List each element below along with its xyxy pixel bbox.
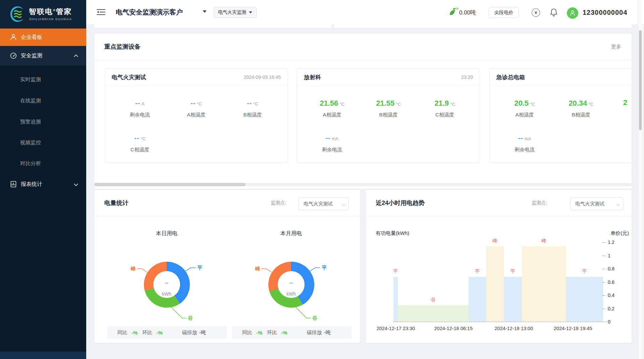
metric: 20.5°CA相温度: [496, 98, 553, 118]
x-tick-label: 2024-12-18 06:15: [434, 326, 473, 331]
price-band-平: [393, 277, 398, 322]
metric-unit: °C: [197, 101, 202, 106]
monitor-point-label: 监测点:: [271, 190, 286, 216]
divider: [490, 86, 632, 86]
price-band-平: [469, 277, 486, 322]
sidebar-subitem-2[interactable]: 预警追溯: [20, 118, 41, 125]
donut-title-month: 本月用电: [258, 230, 325, 237]
price-band-平: [504, 277, 522, 322]
metric-number: --: [518, 135, 523, 142]
metric-value: 21.9°C: [417, 98, 473, 108]
y-tick-label: 1.2: [608, 240, 614, 245]
y-tick-label: 0.6: [608, 279, 614, 285]
donut-leader-lines: 峰平谷: [241, 244, 341, 328]
donut-slice-label: 峰: [130, 266, 136, 271]
metric: --°CC相温度: [112, 133, 168, 153]
devices-row: 电气火灾测试2024-09-03 16:45--A剩余电流--°CA相温度--°…: [94, 68, 632, 163]
user-phone-number[interactable]: 12300000004: [583, 9, 627, 16]
donut-leader-lines: 峰平谷: [116, 244, 217, 328]
metric-value: --A: [112, 98, 168, 108]
metric-value: 21.55°C: [360, 98, 417, 108]
metric: --°CB相温度: [224, 98, 281, 118]
metric-label: A相温度: [168, 111, 224, 118]
stat-item: 碳排放: [307, 329, 322, 336]
metric-number: 21.56: [320, 99, 338, 107]
sidebar-item-safety[interactable]: 安全监测: [0, 46, 86, 65]
stat-item: -%: [156, 330, 162, 336]
sidebar-bottom-strip: [0, 352, 86, 359]
price-band-峰: [522, 246, 566, 322]
vertical-scrollbar-thumb[interactable]: [639, 30, 642, 130]
metric-number: 20.34: [569, 99, 587, 107]
sidebar-item-report[interactable]: 报表统计: [0, 174, 86, 194]
collapse-menu-icon[interactable]: [97, 8, 105, 17]
system-select[interactable]: 电气火灾监测: [214, 7, 257, 18]
device-title: 电气火灾测试: [112, 69, 146, 86]
stat-item: -吨: [199, 329, 206, 336]
monitor-point-select-value: 电气火灾测试: [304, 201, 333, 207]
metric-number: --: [134, 135, 139, 142]
metric-unit: °C: [530, 102, 535, 107]
stat-item: 环比: [142, 329, 152, 336]
donut-slice-label: 峰: [255, 266, 260, 271]
user-avatar[interactable]: [567, 7, 578, 19]
more-link[interactable]: 更多: [611, 34, 621, 60]
report-icon: [10, 181, 17, 188]
price-period-badge[interactable]: 尖段电价: [489, 7, 519, 18]
metric-label: B相温度: [360, 111, 417, 118]
metric-number: --: [247, 100, 252, 107]
metrics-row: --A剩余电流--°CA相温度--°CB相温度: [105, 98, 287, 118]
section-title: 重点监测设备: [104, 34, 141, 60]
device-card[interactable]: 急诊总电箱20.5°CA相温度20.34°CB相温度--mA剩余电流2: [489, 68, 632, 163]
metric-unit: mA: [525, 136, 531, 141]
y-tick-mark: [602, 269, 605, 269]
device-timestamp: 23:20: [461, 69, 473, 86]
donut-slice-label: 平: [322, 265, 327, 270]
device-card[interactable]: 电气火灾测试2024-09-03 16:45--A剩余电流--°CA相温度--°…: [105, 68, 288, 163]
caret-down-icon[interactable]: [203, 10, 207, 13]
clipped-card-top-left: [94, 24, 331, 29]
price-band-峰: [486, 246, 504, 322]
sidebar-subitem-3[interactable]: 视频监控: [20, 139, 41, 146]
stat-item: -%: [131, 330, 138, 336]
metric: 21.56°CA相温度: [304, 98, 360, 118]
customer-title[interactable]: 电气安全监测演示客户: [116, 8, 183, 17]
price-band-label: 峰: [493, 238, 498, 244]
sidebar-item-kanban[interactable]: 企业看板: [0, 29, 86, 46]
metric-value: --mA: [304, 133, 360, 143]
metrics-row: 21.56°CA相温度21.55°CB相温度21.9°CC相温度: [297, 98, 480, 118]
sidebar-subitem-1[interactable]: 在线监测: [20, 97, 41, 104]
chevron-up-icon: [74, 54, 78, 59]
topbar: 电气安全监测演示客户 电气火灾监测 CO₂ 0.00吨 尖段电价 ¥ 12300…: [86, 0, 644, 24]
metric: 21.55°CB相温度: [360, 98, 417, 118]
left-axis-label: 有功电量(kWh): [376, 230, 409, 237]
billing-yuan-icon[interactable]: ¥: [532, 8, 540, 17]
metrics-row: --mA剩余电流: [490, 133, 632, 153]
sidebar-subitem-0[interactable]: 实时监测: [20, 76, 41, 83]
stat-item: 环比: [267, 329, 277, 336]
y-tick-mark: [602, 256, 605, 256]
card-title: 电量统计: [104, 190, 128, 216]
metric-unit: °C: [450, 102, 455, 107]
price-band-谷: [398, 305, 469, 322]
metric-unit: °C: [253, 101, 258, 106]
donut-slice-label: 谷: [312, 315, 317, 321]
price-band-平: [566, 277, 603, 322]
device-card[interactable]: 放射科23:2021.56°CA相温度21.55°CB相温度21.9°CC相温度…: [297, 68, 480, 163]
metric-label: A相温度: [304, 111, 360, 118]
metric-value: --mA: [496, 133, 553, 143]
y-tick-mark: [602, 309, 605, 309]
metric-label: 剩余电流: [304, 146, 360, 153]
sidebar-subitem-4[interactable]: 对比分析: [20, 160, 41, 167]
metric-number: 20.5: [514, 99, 529, 107]
x-tick-label: 2024-12-18 13:00: [495, 326, 533, 331]
sidebar-item-label: 企业看板: [21, 34, 42, 41]
horizontal-scrollbar-thumb[interactable]: [94, 183, 246, 186]
metric-value: 20.5°C: [496, 98, 553, 108]
metrics-row: 20.5°CA相温度20.34°CB相温度: [490, 98, 632, 118]
monitor-point-select[interactable]: 电气火灾测试: [299, 197, 349, 210]
metric-label: C相温度: [417, 111, 473, 118]
vertical-scrollbar[interactable]: [638, 0, 642, 359]
notification-bell-icon[interactable]: [550, 8, 558, 18]
horizontal-scrollbar[interactable]: [94, 183, 632, 186]
